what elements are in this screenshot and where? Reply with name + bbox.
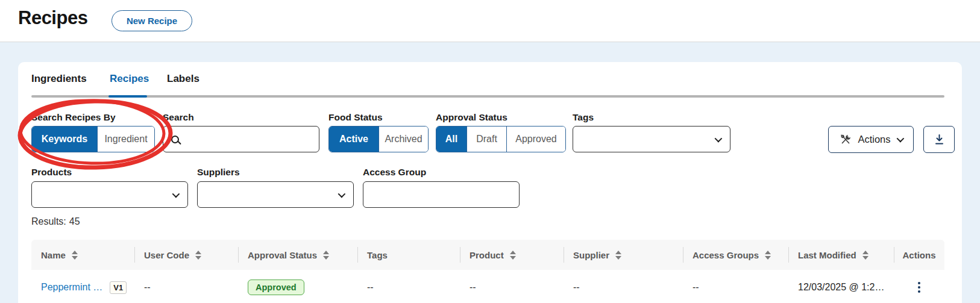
food-status-toggle: Active Archived xyxy=(328,126,429,152)
tags-select[interactable] xyxy=(573,126,730,152)
main-content-card: Ingredients Recipes Labels Search Recipe… xyxy=(18,62,962,303)
search-recipes-by-label: Search Recipes By xyxy=(31,112,116,123)
food-status-option-archived[interactable]: Archived xyxy=(378,127,428,152)
recipe-name-link[interactable]: Peppermint … xyxy=(41,282,102,293)
suppliers-label: Suppliers xyxy=(197,167,240,178)
sort-icon xyxy=(72,251,78,260)
results-label: Results: xyxy=(31,216,66,226)
cell-product: -- xyxy=(460,270,564,303)
results-value: 45 xyxy=(69,216,80,226)
chevron-down-icon xyxy=(338,190,346,198)
column-header-name[interactable]: Name xyxy=(31,240,134,270)
top-header-bar: Recipes New Recipe xyxy=(0,0,980,42)
search-box xyxy=(163,126,319,152)
column-header-product[interactable]: Product xyxy=(460,240,564,270)
tags-label: Tags xyxy=(573,112,594,123)
search-by-option-ingredient[interactable]: Ingredient xyxy=(97,127,154,152)
approval-status-option-approved[interactable]: Approved xyxy=(506,127,565,152)
column-header-user-code[interactable]: User Code xyxy=(134,240,238,270)
food-status-label: Food Status xyxy=(328,112,383,123)
products-label: Products xyxy=(31,167,72,178)
actions-button[interactable]: Actions xyxy=(828,126,914,153)
column-header-access-groups[interactable]: Access Groups xyxy=(683,240,788,270)
food-status-option-active[interactable]: Active xyxy=(329,127,378,152)
column-header-last-modified[interactable]: Last Modified xyxy=(788,240,894,270)
cell-user-code: -- xyxy=(134,270,238,303)
search-icon xyxy=(171,136,179,143)
approval-status-label: Approval Status xyxy=(436,112,507,123)
sort-icon xyxy=(615,251,621,260)
tab-ingredients[interactable]: Ingredients xyxy=(31,73,87,85)
table-row: Peppermint … V1 -- Approved -- -- -- -- … xyxy=(31,270,944,303)
cell-name: Peppermint … V1 xyxy=(31,270,134,303)
table-header-row: Name User Code Approval Status Tags Prod… xyxy=(31,240,944,270)
access-group-input[interactable] xyxy=(363,182,519,207)
cell-tags: -- xyxy=(357,270,460,303)
cell-access-groups: -- xyxy=(683,270,788,303)
cell-approval-status: Approved xyxy=(238,270,357,303)
approval-status-toggle: All Draft Approved xyxy=(436,126,566,152)
approval-status-option-all[interactable]: All xyxy=(436,127,466,152)
version-badge: V1 xyxy=(110,281,127,294)
results-count: Results:45 xyxy=(31,216,80,227)
column-header-approval-status[interactable]: Approval Status xyxy=(238,240,357,270)
tools-icon xyxy=(840,134,852,146)
column-header-actions: Actions xyxy=(894,240,944,270)
sort-icon xyxy=(765,251,771,260)
kebab-menu-icon[interactable] xyxy=(916,280,923,295)
tab-recipes[interactable]: Recipes xyxy=(110,73,149,85)
cell-last-modified: 12/03/2025 @ 1:2… xyxy=(788,270,894,303)
recipes-table: Name User Code Approval Status Tags Prod… xyxy=(31,240,944,303)
download-icon xyxy=(934,133,945,146)
tab-underline-track xyxy=(31,95,944,98)
new-recipe-button[interactable]: New Recipe xyxy=(112,10,192,31)
sort-icon xyxy=(862,251,868,260)
column-header-supplier[interactable]: Supplier xyxy=(564,240,683,270)
suppliers-select[interactable] xyxy=(197,181,354,208)
approved-status-badge: Approved xyxy=(248,280,304,295)
access-group-label: Access Group xyxy=(363,167,426,178)
tab-labels[interactable]: Labels xyxy=(167,73,199,85)
access-group-box xyxy=(363,181,520,208)
download-button[interactable] xyxy=(923,126,955,153)
chevron-down-icon xyxy=(715,134,723,142)
tab-active-indicator xyxy=(108,95,147,98)
sort-icon xyxy=(195,251,201,260)
search-input[interactable] xyxy=(179,127,319,152)
search-label: Search xyxy=(163,112,194,123)
search-by-toggle: Keywords Ingredient xyxy=(31,126,155,152)
approval-status-option-draft[interactable]: Draft xyxy=(466,127,506,152)
sort-icon xyxy=(323,251,329,260)
search-by-option-keywords[interactable]: Keywords xyxy=(32,127,97,152)
actions-button-label: Actions xyxy=(858,134,890,145)
cell-supplier: -- xyxy=(564,270,683,303)
cell-actions xyxy=(894,270,944,303)
column-header-tags: Tags xyxy=(357,240,460,270)
page-title: Recipes xyxy=(18,7,87,29)
chevron-down-icon xyxy=(896,135,904,143)
chevron-down-icon xyxy=(172,190,180,198)
products-select[interactable] xyxy=(31,181,188,208)
sort-icon xyxy=(510,251,516,260)
